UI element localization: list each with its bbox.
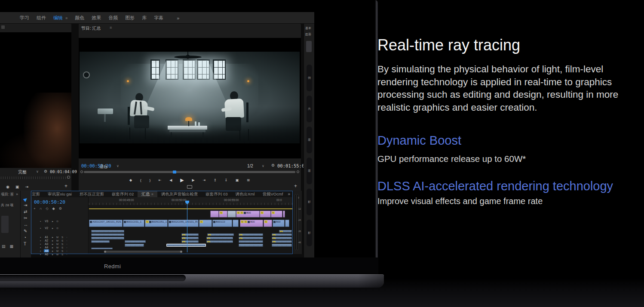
timeline-clip[interactable]: fx bbox=[199, 220, 212, 227]
timeline-clip[interactable]: fx bbox=[239, 233, 263, 236]
insert-button[interactable]: ⇥ bbox=[25, 185, 28, 189]
lock-icon[interactable]: ▪ bbox=[40, 253, 41, 256]
extract-button[interactable]: ↧ bbox=[224, 178, 227, 182]
add-button[interactable]: + bbox=[294, 183, 297, 189]
project-panel[interactable]: 项目: 首 » 共 28 项 ▤▦ bbox=[0, 191, 20, 257]
mic-icon[interactable]: ◦ bbox=[66, 243, 67, 245]
timeline-settings-button[interactable]: ⚙ bbox=[59, 207, 62, 211]
timeline-clip[interactable] bbox=[283, 211, 285, 217]
track-label[interactable]: A2 bbox=[44, 239, 49, 242]
sequence-tab[interactable]: 嵌套序列 02 bbox=[108, 191, 138, 197]
export-frame-button[interactable]: ◉ bbox=[6, 185, 9, 189]
timeline-clip[interactable]: B001C031_1 bbox=[123, 220, 144, 227]
timeline-clip[interactable] bbox=[239, 244, 263, 247]
playback-resolution-select[interactable]: 1/2 bbox=[247, 164, 253, 168]
source-monitor-panel[interactable]: 完整 ∨ ⚙ 00:01:04:09 ◉▣⇥ + bbox=[0, 24, 71, 191]
timeline-clip[interactable] bbox=[125, 240, 146, 243]
timeline-clip[interactable]: fxfxB00 bbox=[236, 211, 260, 217]
lock-icon[interactable]: ▪ bbox=[40, 239, 41, 242]
mute-button[interactable]: M bbox=[56, 250, 58, 252]
collapsed-panel-tab[interactable]: 基 bbox=[307, 158, 312, 184]
workspace-tab[interactable]: 音频 bbox=[108, 15, 118, 21]
sequence-tab[interactable]: 审讯室xiu gai bbox=[44, 191, 76, 197]
workspace-tab[interactable]: 组件 bbox=[37, 15, 46, 21]
snap-button[interactable]: ∩ bbox=[40, 207, 42, 211]
mute-button[interactable]: M bbox=[56, 239, 58, 242]
lock-icon[interactable]: ▪ bbox=[40, 246, 41, 249]
sequence-tab-menu-icon[interactable]: ≡ bbox=[151, 192, 153, 196]
scrub-zoom-handle-right[interactable] bbox=[297, 171, 299, 173]
video-track-header[interactable]: ▪V3▸⊙ bbox=[40, 218, 87, 224]
mark-in-button[interactable]: { bbox=[140, 178, 141, 182]
timeline-clip[interactable] bbox=[125, 244, 144, 247]
source-assign-icon[interactable]: ▸ bbox=[52, 227, 53, 229]
timeline-clip[interactable] bbox=[91, 240, 110, 243]
workspace-menu-icon[interactable]: ≡ bbox=[65, 16, 67, 20]
timeline-clip[interactable]: fx bbox=[239, 237, 263, 239]
audio-track-header[interactable]: ▪A5▸MS◦ bbox=[40, 249, 87, 252]
timeline-tracks-area[interactable]: 00:00:45:0000:00:50:0000:00:55:0000:0 fx… bbox=[89, 197, 292, 254]
workspace-overflow-button[interactable]: » bbox=[177, 16, 179, 21]
timeline-clip[interactable]: fx bbox=[181, 240, 199, 243]
track-label[interactable]: A4 bbox=[44, 246, 49, 249]
hand-tool[interactable]: ◔ bbox=[24, 235, 26, 240]
source-assign-icon[interactable]: ▸ bbox=[52, 246, 53, 249]
marker-button[interactable]: ◆ bbox=[52, 207, 55, 211]
add-marker-button[interactable]: + bbox=[34, 207, 36, 211]
track-label[interactable]: A5 bbox=[44, 249, 49, 252]
timeline-ruler[interactable]: 00:00:45:0000:00:50:0000:00:55:0000:0 bbox=[89, 197, 292, 205]
mute-button[interactable]: M bbox=[56, 236, 58, 239]
sequence-tab[interactable]: 定剪 bbox=[31, 191, 44, 197]
timeline-clip[interactable]: fx bbox=[272, 237, 292, 239]
chevron-down-icon[interactable]: ∨ bbox=[117, 164, 119, 168]
workspace-tab[interactable]: 图形 bbox=[125, 15, 135, 21]
workspace-tab[interactable]: 编辑 bbox=[53, 15, 63, 21]
solo-button[interactable]: S bbox=[61, 246, 63, 249]
timeline-clip[interactable]: fx bbox=[181, 233, 199, 236]
video-track-header[interactable]: ▪V2▸⊙ bbox=[40, 225, 87, 231]
playhead-line[interactable] bbox=[187, 204, 187, 252]
mute-button[interactable]: M bbox=[56, 253, 58, 256]
collapsed-panel-tab[interactable]: 影 bbox=[307, 189, 312, 215]
workspace-tab[interactable]: 库 bbox=[142, 15, 147, 21]
timeline-clip[interactable] bbox=[91, 237, 124, 239]
timeline-clip[interactable] bbox=[91, 248, 113, 249]
pen-tool[interactable]: ✎ bbox=[24, 229, 27, 233]
solo-button[interactable]: S bbox=[61, 243, 63, 245]
timeline-clip[interactable] bbox=[285, 220, 289, 227]
lift-button[interactable]: ↥ bbox=[214, 178, 217, 182]
selection-tool[interactable]: ▶ bbox=[22, 196, 29, 202]
timeline-panel[interactable]: 定剪审讯室xiu gai邪不压正定剪嵌套序列 02汇总≡调色及声音输出检查嵌套序… bbox=[31, 191, 293, 254]
source-scrub-handle[interactable] bbox=[67, 176, 70, 179]
source-assign-icon[interactable]: ▸ bbox=[52, 236, 53, 239]
type-tool[interactable]: T bbox=[24, 242, 26, 246]
source-assign-icon[interactable]: ▸ bbox=[52, 220, 53, 223]
timeline-clip[interactable] bbox=[227, 211, 236, 217]
source-assign-icon[interactable]: ▸ bbox=[52, 250, 53, 252]
settings-wrench-icon[interactable]: ⚙ bbox=[44, 169, 47, 174]
timeline-clip[interactable]: fx bbox=[207, 233, 234, 236]
go-to-in-button[interactable]: ⇤ bbox=[159, 178, 162, 182]
mic-icon[interactable]: ◦ bbox=[66, 239, 67, 242]
solo-button[interactable]: S bbox=[61, 239, 63, 242]
step-forward-button[interactable]: ▶ bbox=[192, 178, 195, 182]
timeline-clip[interactable] bbox=[272, 244, 292, 247]
ripple-edit-tool[interactable]: ⇄ bbox=[24, 209, 27, 214]
audio-track-header[interactable]: ▪A1▸MS◦ bbox=[40, 236, 87, 239]
source-zoom-select[interactable]: 完整 bbox=[18, 169, 27, 175]
track-label[interactable]: V2 bbox=[44, 226, 49, 229]
lock-icon[interactable]: ▪ bbox=[40, 250, 41, 252]
add-marker-button[interactable]: ◆ bbox=[129, 178, 132, 182]
chevron-down-icon[interactable]: ∨ bbox=[262, 164, 264, 168]
slip-tool[interactable]: ↔ bbox=[24, 222, 28, 227]
lock-icon[interactable]: ▪ bbox=[40, 236, 41, 239]
track-label[interactable]: A6 bbox=[44, 253, 49, 256]
track-label[interactable]: V3 bbox=[44, 220, 49, 223]
mic-icon[interactable]: ◦ bbox=[66, 236, 67, 239]
scrub-zoom-handle-left[interactable] bbox=[80, 171, 83, 173]
timeline-clip[interactable] bbox=[233, 220, 239, 227]
timeline-clip[interactable] bbox=[91, 230, 124, 233]
collapsed-panel-tab[interactable]: 共 bbox=[307, 96, 312, 122]
workspace-tab[interactable]: 学习 bbox=[20, 15, 29, 21]
timeline-clip[interactable]: fx bbox=[264, 220, 272, 227]
